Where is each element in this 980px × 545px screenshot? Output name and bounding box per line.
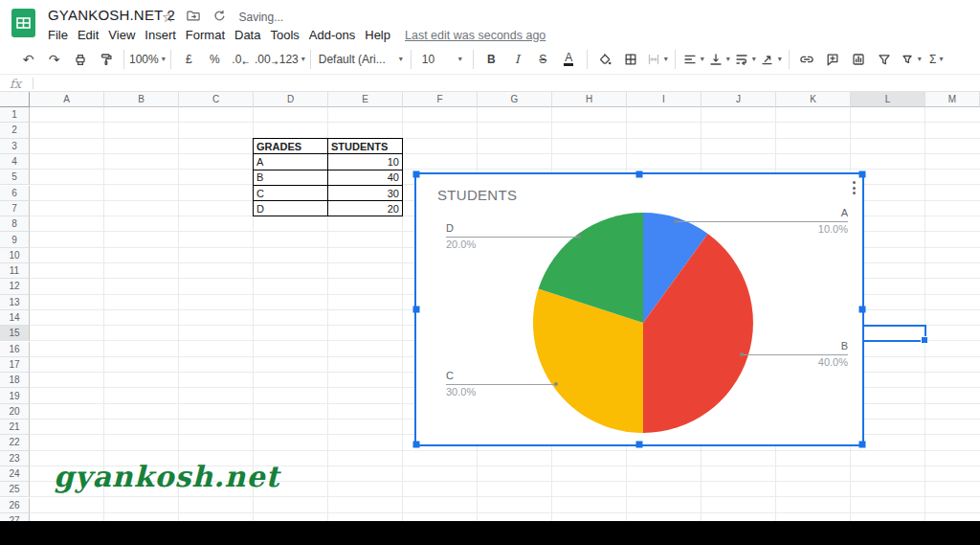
grade-cell[interactable]: D <box>254 201 328 216</box>
row-header-23[interactable]: 23 <box>0 451 30 466</box>
row-header-6[interactable]: 6 <box>0 186 30 201</box>
font-size-button[interactable]: 10▾ <box>416 48 468 71</box>
row-header-3[interactable]: 3 <box>0 139 30 154</box>
chart-resize-handle[interactable] <box>413 171 420 178</box>
text-wrapping-button[interactable]: ▾ <box>732 48 758 71</box>
column-header-E[interactable]: E <box>328 92 403 107</box>
italic-button[interactable]: I <box>504 48 530 71</box>
decrease-decimal-places-button[interactable]: .0← <box>228 48 254 71</box>
column-header-D[interactable]: D <box>254 92 328 107</box>
more-formats-button[interactable]: 123▾ <box>279 48 305 71</box>
row-header-21[interactable]: 21 <box>0 420 30 435</box>
format-as-percent-button[interactable]: % <box>202 48 228 71</box>
column-header-H[interactable]: H <box>552 92 627 107</box>
row-header-7[interactable]: 7 <box>0 201 30 216</box>
row-header-24[interactable]: 24 <box>0 466 30 482</box>
column-header-M[interactable]: M <box>925 92 980 107</box>
borders-button[interactable] <box>618 48 644 71</box>
increase-decimal-places-button[interactable]: .00→ <box>254 48 279 71</box>
chart-resize-handle[interactable] <box>636 442 643 448</box>
row-header-17[interactable]: 17 <box>0 357 30 373</box>
chart-resize-handle[interactable] <box>413 307 420 313</box>
move-folder-icon[interactable] <box>186 8 201 27</box>
fill-handle[interactable] <box>921 336 928 344</box>
filter-views-button[interactable]: ▾ <box>898 48 924 71</box>
text-color-button[interactable]: A <box>556 48 582 71</box>
column-header-L[interactable]: L <box>851 92 925 107</box>
strikethrough-button[interactable]: S <box>530 48 556 71</box>
row-header-4[interactable]: 4 <box>0 154 30 170</box>
row-header-11[interactable]: 11 <box>0 263 30 279</box>
formula-input[interactable] <box>41 76 980 91</box>
undo-button[interactable]: ↶ <box>15 48 41 71</box>
row-header-22[interactable]: 22 <box>0 435 30 450</box>
menu-view[interactable]: View <box>103 28 140 42</box>
vertical-align-button[interactable]: ▾ <box>706 48 732 71</box>
print-button[interactable] <box>67 48 93 71</box>
chart[interactable]: STUDENTS A10.0%B40.0%C30.0%D20.0% <box>414 172 864 446</box>
column-header-G[interactable]: G <box>478 92 552 107</box>
row-header-26[interactable]: 26 <box>0 498 30 513</box>
row-header-20[interactable]: 20 <box>0 404 30 420</box>
menu-insert[interactable]: Insert <box>140 28 181 42</box>
students-cell[interactable]: 10 <box>328 154 403 170</box>
document-title[interactable]: GYANKOSH.NET 2 <box>48 7 175 23</box>
menu-format[interactable]: Format <box>181 28 230 42</box>
row-header-10[interactable]: 10 <box>0 248 30 263</box>
row-header-9[interactable]: 9 <box>0 232 30 247</box>
merge-cells-button[interactable]: ▾ <box>644 48 670 71</box>
column-header-B[interactable]: B <box>104 92 179 107</box>
students-cell[interactable]: 30 <box>328 186 403 201</box>
bold-button[interactable]: B <box>479 48 504 71</box>
fill-color-button[interactable] <box>592 48 618 71</box>
row-header-2[interactable]: 2 <box>0 123 30 138</box>
column-header-A[interactable]: A <box>30 92 104 107</box>
row-header-27[interactable]: 27 <box>0 513 30 521</box>
row-header-18[interactable]: 18 <box>0 373 30 388</box>
column-header-J[interactable]: J <box>702 92 776 107</box>
column-header-F[interactable]: F <box>403 92 478 107</box>
format-as-currency-button[interactable]: £ <box>176 48 202 71</box>
column-header-I[interactable]: I <box>627 92 702 107</box>
menu-help[interactable]: Help <box>360 28 395 42</box>
font-family-button[interactable]: Default (Ari...▾ <box>316 48 406 71</box>
grade-cell[interactable]: B <box>254 170 328 186</box>
chart-options-icon[interactable] <box>853 181 856 194</box>
row-header-1[interactable]: 1 <box>0 107 30 123</box>
row-header-12[interactable]: 12 <box>0 279 30 294</box>
row-header-25[interactable]: 25 <box>0 482 30 497</box>
menu-file[interactable]: File <box>43 28 73 42</box>
paint-format-button[interactable] <box>93 48 119 71</box>
last-edit-link[interactable]: Last edit was seconds ago <box>405 29 546 42</box>
insert-link-button[interactable] <box>794 48 820 71</box>
row-header-14[interactable]: 14 <box>0 310 30 326</box>
grade-cell[interactable]: A <box>254 154 328 170</box>
select-all-corner[interactable] <box>0 92 30 107</box>
menu-tools[interactable]: Tools <box>265 28 303 42</box>
create-filter-button[interactable] <box>872 48 898 71</box>
insert-chart-button[interactable] <box>846 48 872 71</box>
row-header-5[interactable]: 5 <box>0 170 30 185</box>
horizontal-align-button[interactable]: ▾ <box>680 48 706 71</box>
table-header-cell[interactable]: STUDENTS <box>328 139 403 154</box>
spreadsheet-grid[interactable]: ABCDEFGHIJKLM 12345678910111213141516171… <box>0 92 980 521</box>
grade-cell[interactable]: C <box>254 186 328 201</box>
redo-button[interactable]: ↷ <box>41 48 67 71</box>
menu-addons[interactable]: Add-ons <box>304 28 360 42</box>
students-cell[interactable]: 40 <box>328 170 403 186</box>
chart-resize-handle[interactable] <box>413 442 420 448</box>
table-header-cell[interactable]: GRADES <box>254 139 328 154</box>
functions-button[interactable]: Σ▾ <box>924 48 949 71</box>
chart-resize-handle[interactable] <box>859 171 866 178</box>
text-rotation-button[interactable]: ▾ <box>758 48 784 71</box>
students-cell[interactable]: 20 <box>328 201 403 216</box>
menu-edit[interactable]: Edit <box>73 28 103 42</box>
row-header-13[interactable]: 13 <box>0 295 30 310</box>
insert-comment-button[interactable] <box>820 48 846 71</box>
chart-resize-handle[interactable] <box>859 442 866 448</box>
chart-resize-handle[interactable] <box>636 171 643 178</box>
chart-resize-handle[interactable] <box>859 307 866 313</box>
menu-data[interactable]: Data <box>230 28 265 42</box>
row-header-8[interactable]: 8 <box>0 216 30 232</box>
star-icon[interactable]: ☆ <box>162 11 174 25</box>
